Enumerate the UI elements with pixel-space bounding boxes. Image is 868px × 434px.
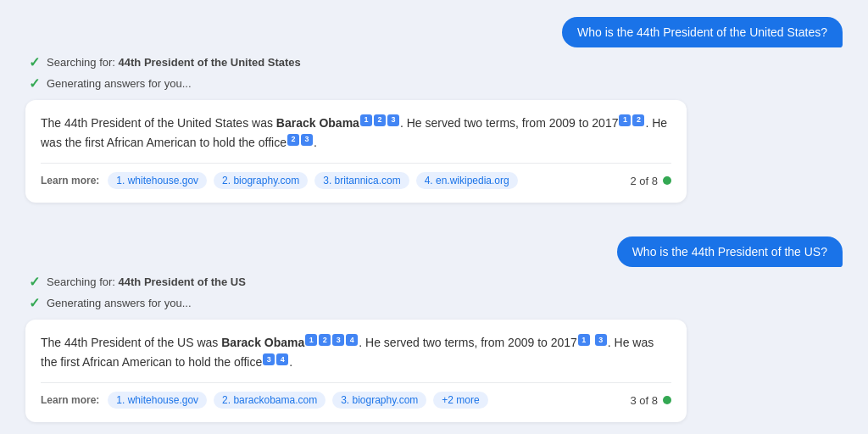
search-status-text-2: Searching for: 44th President of the US — [47, 275, 246, 288]
cite-1-2: 2 — [374, 114, 386, 126]
count-indicator-1: 2 of 8 — [630, 175, 671, 187]
answer-card-1: The 44th President of the United States … — [25, 100, 687, 203]
checkmark-icon-2: ✓ — [29, 274, 40, 290]
cite-2-8: 4 — [276, 353, 288, 365]
user-bubble-1: Who is the 44th President of the United … — [562, 17, 843, 47]
generating-text-1: Generating answers for you... — [47, 77, 192, 90]
generating-text-2: Generating answers for you... — [47, 297, 192, 309]
learn-more-label-2: Learn more: — [41, 394, 99, 406]
count-indicator-2: 3 of 8 — [630, 394, 671, 407]
learn-more-bar-2: Learn more: 1. whitehouse.gov 2. baracko… — [41, 382, 671, 409]
chat-container: Who is the 44th President of the United … — [25, 17, 843, 422]
green-dot-1 — [663, 176, 671, 185]
cite-2-6: 3 — [595, 334, 607, 346]
cite-2-5: 1 — [578, 334, 590, 346]
cite-1-5: 2 — [632, 114, 644, 126]
checkmark-icon-gen-2: ✓ — [29, 295, 40, 311]
cite-1-4: 1 — [619, 114, 631, 126]
search-status-2: ✓ Searching for: 44th President of the U… — [29, 274, 843, 290]
source-link-2-3[interactable]: 3. biography.com — [332, 392, 426, 409]
source-link-1-3[interactable]: 3. britannica.com — [314, 172, 409, 189]
cite-1-3: 3 — [387, 114, 399, 126]
cite-2-4: 4 — [346, 334, 358, 346]
source-link-1-2[interactable]: 2. biography.com — [214, 172, 308, 189]
source-link-2-1[interactable]: 1. whitehouse.gov — [108, 392, 207, 409]
learn-more-label-1: Learn more: — [41, 175, 99, 186]
count-text-1: 2 of 8 — [630, 175, 658, 187]
user-message-row-2: Who is the 44th President of the US? — [25, 236, 843, 267]
search-status-1: ✓ Searching for: 44th President of the U… — [29, 54, 843, 70]
answer-text-1: The 44th President of the United States … — [41, 114, 671, 153]
cite-2-1: 1 — [305, 334, 317, 346]
generating-status-2: ✓ Generating answers for you... — [29, 295, 843, 311]
conversation-1: Who is the 44th President of the United … — [25, 17, 843, 203]
cite-1-1: 1 — [360, 114, 372, 126]
more-badge-2[interactable]: +2 more — [433, 392, 487, 409]
search-status-text-1: Searching for: 44th President of the Uni… — [47, 56, 301, 69]
user-message-row-1: Who is the 44th President of the United … — [25, 17, 843, 47]
answer-card-2: The 44th President of the US was Barack … — [25, 320, 687, 422]
checkmark-icon-gen-1: ✓ — [29, 75, 40, 92]
count-text-2: 3 of 8 — [630, 394, 658, 407]
source-link-2-2[interactable]: 2. barackobama.com — [214, 392, 326, 409]
cite-2-2: 2 — [319, 334, 331, 346]
source-link-1-1[interactable]: 1. whitehouse.gov — [108, 172, 207, 189]
learn-more-bar-1: Learn more: 1. whitehouse.gov 2. biograp… — [41, 163, 671, 189]
cite-2-7: 3 — [263, 353, 275, 365]
checkmark-icon-1: ✓ — [29, 54, 40, 70]
answer-text-2: The 44th President of the US was Barack … — [41, 333, 671, 372]
conversation-2: Who is the 44th President of the US? ✓ S… — [25, 236, 843, 422]
cite-2-3: 3 — [332, 334, 344, 346]
cite-1-7: 3 — [301, 134, 313, 146]
source-link-1-4[interactable]: 4. en.wikipedia.org — [416, 172, 518, 189]
green-dot-2 — [663, 396, 671, 404]
user-bubble-2: Who is the 44th President of the US? — [617, 236, 843, 267]
generating-status-1: ✓ Generating answers for you... — [29, 75, 843, 92]
cite-1-6: 2 — [287, 134, 299, 146]
